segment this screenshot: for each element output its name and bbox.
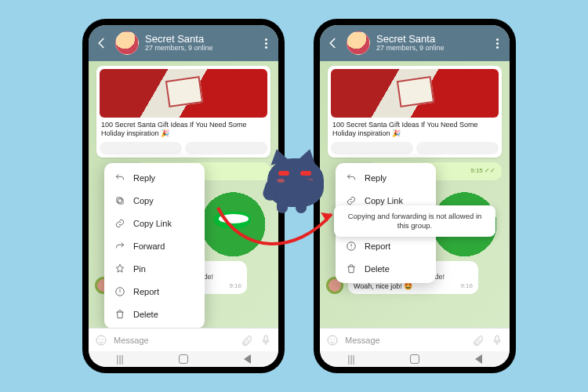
message-input[interactable]: Message <box>114 336 234 345</box>
mic-icon[interactable] <box>491 334 503 347</box>
back-icon[interactable] <box>95 36 109 50</box>
chat-avatar[interactable] <box>115 31 139 55</box>
menu-item-report[interactable]: Report <box>104 280 205 303</box>
delete-icon <box>345 263 357 274</box>
back-icon[interactable] <box>326 36 340 50</box>
screen-right: Secret Santa 27 members, 9 online 100 Se… <box>320 25 510 367</box>
mic-icon[interactable] <box>260 334 272 347</box>
chat-header: Secret Santa 27 members, 9 online <box>320 25 510 61</box>
android-navbar: ||| <box>320 351 510 367</box>
reply-icon <box>114 172 125 183</box>
message-input[interactable]: Message <box>345 336 466 345</box>
attach-icon[interactable] <box>241 334 253 347</box>
toast-text: Copying and forwarding is not allowed in… <box>348 212 482 230</box>
menu-item-pin[interactable]: Pin <box>104 257 205 280</box>
nav-home-icon[interactable] <box>410 354 419 364</box>
svg-point-4 <box>99 339 100 339</box>
copy-icon <box>114 194 125 206</box>
link-preview-message[interactable]: 100 Secret Santa Gift Ideas If You Need … <box>328 66 502 158</box>
report-icon <box>345 240 357 252</box>
nav-recent-icon[interactable]: ||| <box>116 354 123 365</box>
reply-icon <box>345 172 357 183</box>
chat-subtitle: 27 members, 9 online <box>376 45 485 53</box>
link-icon <box>114 217 125 229</box>
message-time: 9:16 <box>460 282 473 289</box>
message-time: 9:16 <box>229 282 241 289</box>
chat-subtitle: 27 members, 9 online <box>145 45 253 53</box>
svg-rect-0 <box>118 198 122 203</box>
phone-right: Secret Santa 27 members, 9 online 100 Se… <box>314 19 516 373</box>
link-preview-message[interactable]: 100 Secret Santa Gift Ideas If You Need … <box>96 66 270 158</box>
chat-title: Secret Santa <box>145 34 253 45</box>
emoji-icon[interactable] <box>326 334 339 347</box>
chat-header-text[interactable]: Secret Santa 27 members, 9 online <box>376 34 485 53</box>
pin-icon <box>114 263 125 274</box>
menu-item-delete[interactable]: Delete <box>336 257 436 280</box>
svg-point-9 <box>330 339 331 339</box>
report-icon <box>114 285 125 297</box>
menu-item-copy[interactable]: Copy <box>104 189 205 212</box>
menu-item-report[interactable]: Report <box>336 234 436 257</box>
chat-header: Secret Santa 27 members, 9 online <box>89 25 278 61</box>
svg-point-8 <box>328 336 337 345</box>
phone-left: Secret Santa 27 members, 9 online 100 Se… <box>82 19 285 373</box>
svg-rect-6 <box>264 336 267 341</box>
chat-body: 100 Secret Santa Gift Ideas If You Need … <box>89 61 278 329</box>
preview-caption: 100 Secret Santa Gift Ideas If You Need … <box>331 118 499 140</box>
more-icon[interactable] <box>260 38 272 49</box>
message-input-bar: Message <box>89 328 278 351</box>
preview-button[interactable] <box>331 142 413 154</box>
chat-header-text[interactable]: Secret Santa 27 members, 9 online <box>145 34 253 53</box>
chat-body: 100 Secret Santa Gift Ideas If You Need … <box>320 61 510 329</box>
preview-button[interactable] <box>416 142 499 154</box>
menu-item-delete[interactable]: Delete <box>104 303 205 325</box>
attach-icon[interactable] <box>472 334 485 347</box>
restriction-toast: Copying and forwarding is not allowed in… <box>334 205 495 237</box>
preview-caption: 100 Secret Santa Gift Ideas If You Need … <box>100 118 267 140</box>
grinch-sticker[interactable] <box>196 183 270 258</box>
svg-point-3 <box>96 336 106 345</box>
preview-image <box>331 69 499 118</box>
nav-recent-icon[interactable]: ||| <box>347 354 354 365</box>
preview-button[interactable] <box>100 142 182 154</box>
chat-avatar[interactable] <box>347 31 370 55</box>
svg-rect-1 <box>116 197 121 201</box>
svg-rect-11 <box>495 336 499 341</box>
outgoing-time: 9:15 ✓✓ <box>470 167 495 174</box>
menu-item-forward[interactable]: Forward <box>104 234 205 257</box>
preview-buttons <box>100 142 267 154</box>
context-menu: Reply Copy Copy Link Forward Pin Report … <box>104 163 205 328</box>
menu-item-reply[interactable]: Reply <box>104 166 205 189</box>
reply-text: Woah, nice job! 🤩 <box>354 282 412 290</box>
android-navbar: ||| <box>89 351 278 367</box>
screen-left: Secret Santa 27 members, 9 online 100 Se… <box>89 25 278 367</box>
chat-title: Secret Santa <box>376 34 485 45</box>
preview-image <box>100 69 267 118</box>
preview-buttons <box>331 142 499 154</box>
delete-icon <box>114 308 125 320</box>
menu-item-copy-link[interactable]: Copy Link <box>104 212 205 234</box>
forward-icon <box>114 240 125 252</box>
emoji-icon[interactable] <box>95 334 107 347</box>
svg-point-5 <box>102 339 103 339</box>
more-icon[interactable] <box>491 38 503 49</box>
nav-home-icon[interactable] <box>179 354 188 364</box>
menu-item-reply[interactable]: Reply <box>336 166 436 189</box>
nav-back-icon[interactable] <box>244 354 251 364</box>
cat-sticker-overlay <box>261 147 328 215</box>
link-icon <box>345 194 357 206</box>
svg-point-10 <box>333 339 334 339</box>
preview-button[interactable] <box>185 142 267 154</box>
nav-back-icon[interactable] <box>475 354 482 364</box>
message-input-bar: Message <box>320 328 510 351</box>
